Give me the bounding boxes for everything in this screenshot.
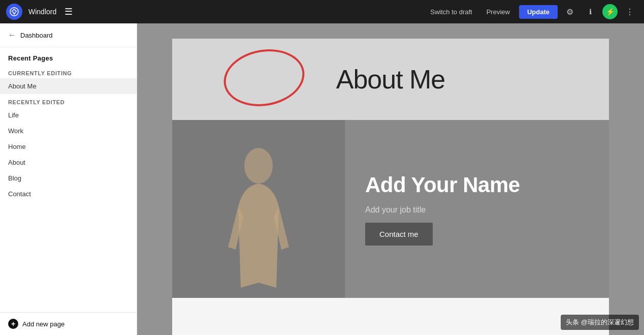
sidebar-item-work[interactable]: Work: [0, 123, 137, 139]
sidebar: ← Dashboard Recent Pages Currently editi…: [0, 23, 137, 335]
sidebar-item-life[interactable]: Life: [0, 107, 137, 123]
more-options-icon[interactable]: ⋮: [622, 4, 638, 20]
svg-point-1: [244, 148, 273, 184]
contact-me-button[interactable]: Contact me: [365, 223, 433, 246]
canvas-area: About Me Add Your Name Add your j: [137, 23, 644, 335]
site-name: Windlord: [28, 8, 56, 16]
page-title-section: About Me: [172, 39, 609, 120]
page-title: About Me: [182, 64, 599, 95]
sidebar-item-blog[interactable]: Blog: [0, 170, 137, 186]
watermark: 头条 @瑞拉的深邃幻想: [561, 315, 639, 330]
sidebar-item-about-me[interactable]: About Me: [0, 78, 137, 94]
main-layout: ← Dashboard Recent Pages Currently editi…: [0, 23, 644, 335]
sidebar-header[interactable]: ← Dashboard: [0, 23, 137, 47]
settings-icon[interactable]: ⚙: [562, 4, 578, 20]
toolbar-right: Switch to draft Preview Update ⚙ ℹ ⚡ ⋮: [425, 4, 638, 20]
toolbar: Windlord ☰ Switch to draft Preview Updat…: [0, 0, 644, 23]
sidebar-item-about[interactable]: About: [0, 155, 137, 170]
preview-button[interactable]: Preview: [481, 5, 515, 19]
toolbar-left: Windlord ☰: [6, 4, 73, 20]
dashboard-label: Dashboard: [20, 32, 53, 39]
hero-text-area: Add Your Name Add your job title Contact…: [345, 120, 609, 298]
switch-to-draft-button[interactable]: Switch to draft: [425, 5, 477, 19]
currently-editing-label: Currently editing: [0, 65, 137, 78]
sidebar-item-home[interactable]: Home: [0, 139, 137, 155]
hero-name: Add Your Name: [365, 173, 589, 197]
sidebar-item-contact[interactable]: Contact: [0, 186, 137, 202]
hero-section: Add Your Name Add your job title Contact…: [172, 120, 609, 298]
back-arrow-icon[interactable]: ←: [8, 31, 16, 40]
bolt-icon[interactable]: ⚡: [602, 4, 618, 19]
update-button[interactable]: Update: [519, 5, 558, 19]
info-icon[interactable]: ℹ: [582, 4, 598, 20]
add-icon: +: [8, 319, 18, 329]
page-content: About Me Add Your Name Add your j: [172, 39, 609, 335]
add-new-page-button[interactable]: + Add new page: [0, 312, 137, 335]
recent-pages-title: Recent Pages: [0, 47, 137, 65]
hero-image: [172, 120, 345, 298]
wp-logo[interactable]: [6, 4, 22, 20]
add-new-label: Add new page: [22, 320, 65, 328]
hero-job-title: Add your job title: [365, 205, 589, 215]
recently-edited-label: Recently edited: [0, 94, 137, 107]
hamburger-icon[interactable]: ☰: [65, 6, 73, 17]
